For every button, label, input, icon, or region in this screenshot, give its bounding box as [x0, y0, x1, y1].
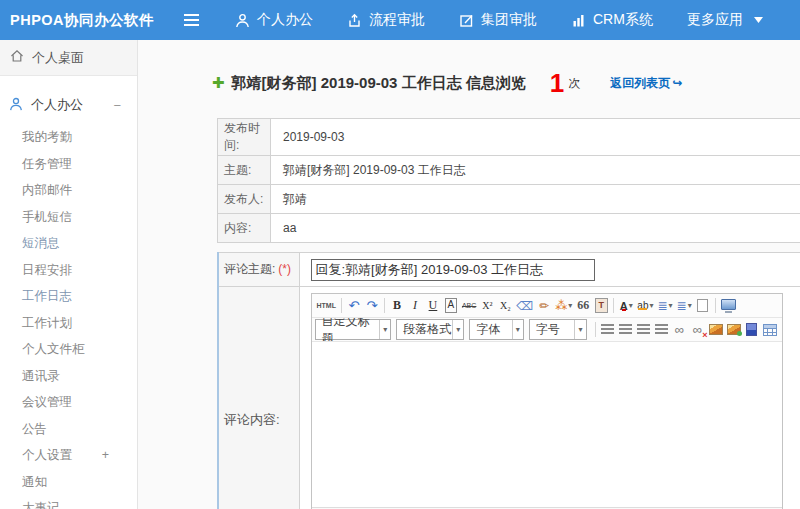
info-label: 内容: [218, 214, 271, 243]
required-marker: (*) [278, 262, 291, 276]
table-row: 内容: aa [218, 214, 800, 243]
info-value: 郭靖 [271, 185, 800, 214]
special-chars-button[interactable]: ⁂▾ [554, 296, 573, 315]
bold-button[interactable]: B [389, 296, 405, 315]
paste-text-button[interactable]: T [593, 296, 609, 315]
undo-button[interactable]: ↶ [346, 296, 362, 315]
page-icon [697, 299, 708, 312]
insert-media-button[interactable] [744, 320, 760, 339]
caret-down-icon: ▾ [574, 320, 585, 339]
info-value: 2019-09-03 [271, 119, 800, 156]
comment-subject-input[interactable] [311, 259, 595, 281]
caret-down-icon: ▾ [688, 301, 692, 310]
ordered-list-button[interactable]: ≣▾ [656, 296, 673, 315]
flow-approval-icon [347, 13, 362, 28]
insert-table-button[interactable] [762, 320, 778, 339]
sidebar-section-personal-office[interactable]: 个人办公 − [0, 90, 137, 120]
html-source-button[interactable]: HTML [316, 296, 337, 315]
plus-icon: ✚ [212, 74, 225, 92]
topnav-more-apps[interactable]: 更多应用 [687, 11, 763, 29]
comment-content-cell: HTML ↶ ↷ B I U A ABC X² X₂ ⌫ ✏ [299, 287, 800, 509]
sidebar-item-notifications[interactable]: 通知 [0, 469, 137, 496]
toolbar-separator [341, 298, 342, 313]
topnav-crm[interactable]: CRM系统 [571, 11, 653, 29]
align-justify-button[interactable] [654, 320, 670, 339]
align-left-button[interactable] [600, 320, 616, 339]
table-row: 发布人: 郭靖 [218, 185, 800, 214]
remove-link-button[interactable]: ∞ [690, 320, 706, 339]
sidebar-menu: 我的考勤 任务管理 内部邮件 手机短信 短消息 日程安排 工作日志 工作计划 个… [0, 124, 137, 509]
blockquote-button[interactable]: 66 [575, 296, 591, 315]
monitor-icon [721, 299, 736, 310]
page-title: 郭靖[财务部] 2019-09-03 工作日志 信息浏览 [232, 74, 526, 93]
remove-format-button[interactable]: ⌫ [515, 296, 534, 315]
info-value: aa [271, 214, 800, 243]
top-nav: 个人办公 流程审批 集团审批 CRM系统 更多应用 [235, 11, 763, 29]
editor-toolbar-row-1: HTML ↶ ↷ B I U A ABC X² X₂ ⌫ ✏ [312, 294, 782, 318]
sidebar-item-memorabilia[interactable]: 大事记 [0, 495, 137, 509]
caret-down-icon: ▾ [568, 301, 572, 310]
sidebar-item-work-plan[interactable]: 工作计划 [0, 310, 137, 337]
topnav-flow-approval[interactable]: 流程审批 [347, 11, 425, 29]
info-label: 发布人: [218, 185, 271, 214]
redo-button[interactable]: ↷ [364, 296, 380, 315]
comment-subject-cell [299, 253, 800, 287]
font-border-button[interactable]: A [445, 298, 458, 313]
bar-chart-icon [571, 13, 586, 28]
table-row: 评论主题:(*) [218, 253, 800, 287]
hamburger-menu-icon[interactable] [184, 14, 199, 26]
sidebar-item-sms[interactable]: 手机短信 [0, 204, 137, 231]
font-color-button[interactable]: A▾ [618, 296, 634, 315]
caret-down-icon: ▾ [452, 320, 463, 339]
sidebar: 个人桌面 个人办公 − 我的考勤 任务管理 内部邮件 手机短信 短消息 日程安排… [0, 40, 138, 509]
align-center-button[interactable] [618, 320, 634, 339]
sidebar-item-file-cabinet[interactable]: 个人文件柜 [0, 336, 137, 363]
topnav-group-approval[interactable]: 集团审批 [459, 11, 537, 29]
sidebar-item-desktop[interactable]: 个人桌面 [0, 40, 137, 76]
align-right-button[interactable] [636, 320, 652, 339]
caret-down-icon: ▾ [669, 301, 673, 310]
paragraph-format-select[interactable]: 段落格式▾ [396, 319, 464, 340]
font-size-select[interactable]: 字号▾ [529, 319, 587, 340]
subscript-button[interactable]: X₂ [497, 296, 513, 315]
insert-image-button[interactable] [708, 320, 724, 339]
image-manager-button[interactable] [726, 320, 742, 339]
strikethrough-button[interactable]: ABC [461, 296, 477, 315]
insert-link-button[interactable]: ∞ [672, 320, 688, 339]
view-count: 1 [550, 70, 564, 96]
format-painter-button[interactable]: ✏ [536, 296, 552, 315]
superscript-button[interactable]: X² [479, 296, 495, 315]
info-value: 郭靖[财务部] 2019-09-03 工作日志 [271, 156, 800, 185]
custom-title-select[interactable]: 自定义标题▾ [315, 319, 392, 340]
back-to-list-link[interactable]: 返回列表页 ↪ [610, 75, 682, 92]
sidebar-item-announcements[interactable]: 公告 [0, 416, 137, 443]
sidebar-item-short-message[interactable]: 短消息 [0, 230, 137, 257]
sidebar-item-tasks[interactable]: 任务管理 [0, 151, 137, 178]
table-row: 主题: 郭靖[财务部] 2019-09-03 工作日志 [218, 156, 800, 185]
app-logo: PHPOA协同办公软件 [0, 11, 178, 30]
editor-toolbar-row-2: 自定义标题▾ 段落格式▾ 字体▾ 字号▾ ∞ ∞ [312, 318, 782, 342]
underline-button[interactable]: U [425, 296, 441, 315]
caret-down-icon [754, 17, 763, 23]
highlight-color-button[interactable]: ab▾ [636, 296, 654, 315]
image-icon [709, 324, 723, 335]
font-family-select[interactable]: 字体▾ [469, 319, 523, 340]
sidebar-item-meetings[interactable]: 会议管理 [0, 389, 137, 416]
unordered-list-button[interactable]: ≣▾ [676, 296, 693, 315]
new-page-button[interactable] [695, 296, 711, 315]
sidebar-item-personal-settings[interactable]: 个人设置+ [0, 442, 137, 469]
sidebar-item-schedule[interactable]: 日程安排 [0, 257, 137, 284]
expand-icon: + [102, 442, 109, 469]
sidebar-item-work-log[interactable]: 工作日志 [0, 283, 137, 310]
italic-button[interactable]: I [407, 296, 423, 315]
sidebar-item-attendance[interactable]: 我的考勤 [0, 124, 137, 151]
editor-content-area[interactable] [312, 342, 782, 507]
topnav-personal-office[interactable]: 个人办公 [235, 11, 313, 29]
comment-form-table: 评论主题:(*) 评论内容: HTML ↶ ↷ B I [217, 252, 800, 509]
sidebar-item-contacts[interactable]: 通讯录 [0, 363, 137, 390]
align-justify-icon [655, 324, 668, 335]
toolbar-separator [613, 298, 614, 313]
collapse-icon: − [113, 98, 121, 113]
fullscreen-button[interactable] [720, 296, 737, 315]
sidebar-item-internal-mail[interactable]: 内部邮件 [0, 177, 137, 204]
